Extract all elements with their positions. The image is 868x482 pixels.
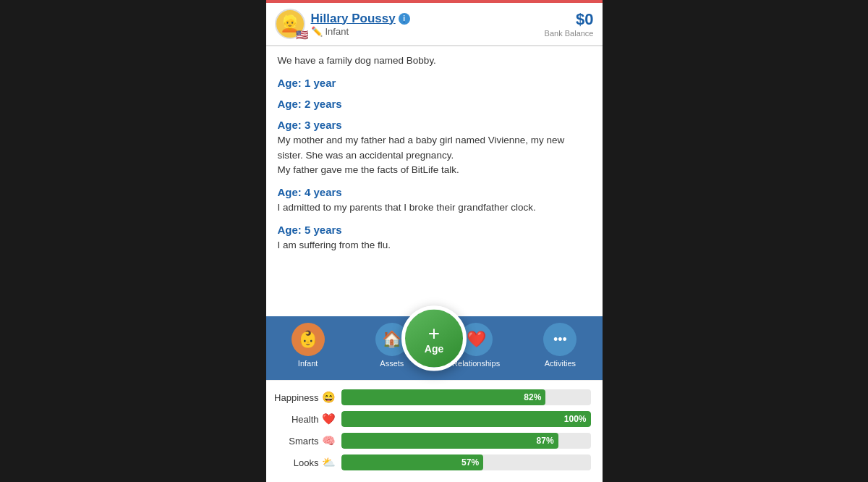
stat-bar-fill-smarts: 87%: [341, 433, 558, 449]
stat-name: Looks: [294, 457, 319, 468]
stat-bar-fill-happiness: 82%: [341, 389, 546, 405]
nav-label-assets: Assets: [380, 359, 404, 368]
stat-label-looks: Looks ⛅: [278, 456, 336, 469]
stat-percent-smarts: 87%: [537, 436, 554, 446]
title-icon: ✏️: [311, 26, 323, 37]
story-text: We have a family dog named Bobby.: [278, 54, 591, 68]
story-text: My father gave me the facts of BitLife t…: [278, 163, 591, 177]
flag-badge: 🇺🇸: [296, 29, 308, 41]
character-title: ✏️ Infant: [311, 26, 410, 37]
nav-label-infant: Infant: [298, 359, 318, 368]
story-text: I am suffering from the flu.: [278, 238, 591, 253]
stat-bar-container-happiness: 82%: [341, 389, 591, 405]
nav-item-activities[interactable]: ••• Activities: [531, 323, 589, 373]
stat-bar-container-health: 100%: [341, 411, 591, 427]
age-header: Age: 3 years: [278, 119, 591, 131]
character-name[interactable]: Hillary Poussy i: [311, 12, 410, 26]
stat-name: Health: [292, 414, 319, 425]
header-right: $0 Bank Balance: [545, 10, 594, 38]
infant-icon: 👶: [292, 323, 325, 356]
stat-emoji-looks: ⛅: [322, 456, 336, 469]
story-entry: Age: 1 year: [278, 77, 591, 89]
story-entry: Age: 2 years: [278, 98, 591, 110]
story-entry: Age: 4 yearsI admitted to my parents tha…: [278, 186, 591, 215]
stat-percent-health: 100%: [564, 414, 587, 424]
stat-percent-happiness: 82%: [524, 392, 541, 402]
bottom-nav: 👶 Infant 🏠 Assets + Age ❤️ Relationships…: [266, 316, 603, 380]
story-entry: Age: 3 yearsMy mother and my father had …: [278, 119, 591, 177]
stats-panel: Happiness 😄82%Health ❤️100%Smarts 🧠87%Lo…: [266, 380, 603, 482]
stat-row-smarts: Smarts 🧠87%: [278, 433, 591, 449]
age-header: Age: 1 year: [278, 77, 591, 89]
age-button[interactable]: + Age: [401, 306, 467, 371]
stat-bar-fill-looks: 57%: [341, 454, 484, 470]
info-icon[interactable]: i: [399, 13, 410, 25]
age-header: Age: 5 years: [278, 224, 591, 236]
stat-emoji-smarts: 🧠: [322, 434, 336, 447]
stat-bar-container-smarts: 87%: [341, 433, 591, 449]
stat-label-health: Health ❤️: [278, 413, 336, 426]
stat-row-happiness: Happiness 😄82%: [278, 389, 591, 405]
stat-percent-looks: 57%: [461, 457, 479, 468]
stat-name: Smarts: [289, 436, 318, 447]
stat-name: Happiness: [274, 392, 318, 403]
bank-amount: $0: [545, 10, 594, 29]
story-content: We have a family dog named Bobby.Age: 1 …: [266, 46, 603, 316]
bank-label: Bank Balance: [545, 29, 594, 38]
activities-icon: •••: [543, 323, 576, 356]
nav-label-activities: Activities: [545, 359, 576, 368]
game-window: 👱 🇺🇸 Hillary Poussy i ✏️ Infant $0 Bank …: [266, 0, 603, 482]
age-plus-icon: +: [428, 324, 440, 344]
age-header: Age: 2 years: [278, 98, 591, 110]
avatar-container: 👱 🇺🇸: [275, 9, 305, 39]
age-header: Age: 4 years: [278, 186, 591, 198]
stat-label-happiness: Happiness 😄: [278, 391, 336, 404]
stat-label-smarts: Smarts 🧠: [278, 434, 336, 447]
story-text: I admitted to my parents that I broke th…: [278, 200, 591, 215]
stat-emoji-health: ❤️: [322, 413, 336, 426]
stat-row-looks: Looks ⛅57%: [278, 454, 591, 470]
header: 👱 🇺🇸 Hillary Poussy i ✏️ Infant $0 Bank …: [266, 0, 603, 46]
age-label: Age: [425, 344, 443, 354]
stat-row-health: Health ❤️100%: [278, 411, 591, 427]
header-name-section: Hillary Poussy i ✏️ Infant: [311, 12, 410, 37]
story-entry: Age: 5 yearsI am suffering from the flu.: [278, 224, 591, 253]
header-left: 👱 🇺🇸 Hillary Poussy i ✏️ Infant: [275, 9, 410, 39]
nav-item-infant[interactable]: 👶 Infant: [279, 323, 337, 373]
stat-bar-fill-health: 100%: [341, 411, 591, 427]
stat-bar-container-looks: 57%: [341, 454, 591, 470]
story-text: My mother and my father had a baby girl …: [278, 133, 591, 163]
stat-emoji-happiness: 😄: [322, 391, 336, 404]
story-entry: We have a family dog named Bobby.: [278, 54, 591, 68]
age-button-container: + Age: [401, 306, 467, 371]
